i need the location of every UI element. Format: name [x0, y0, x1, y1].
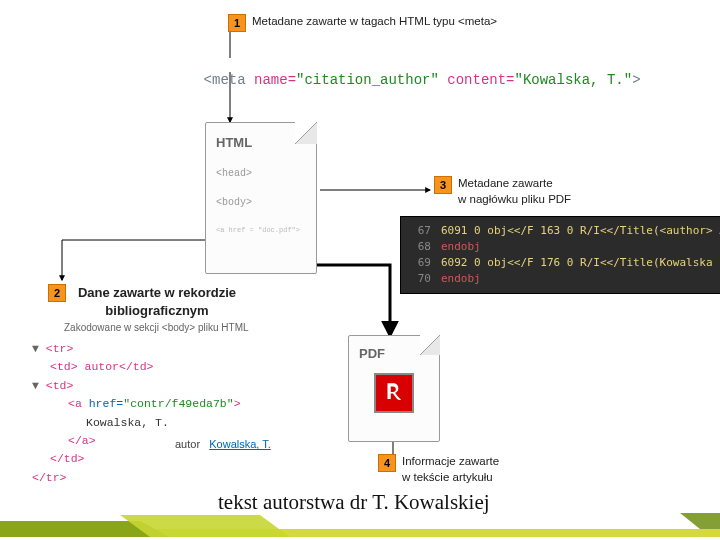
html-file-icon: HTML <head> <body> <a href = "doc.pdf">	[205, 122, 317, 274]
pdf-header-code: 676091 0 obj<</F 163 0 R/I<</Title(<auth…	[400, 216, 720, 294]
pdf-file-icon: PDF	[348, 335, 440, 442]
head-label: <head>	[216, 168, 316, 179]
html-body-code: ▼ <tr> <td> autor</td> ▼ <td> <a href="c…	[32, 340, 241, 487]
rendered-author-line: autor Kowalska, T.	[175, 438, 271, 450]
dogear-icon	[420, 335, 440, 355]
adobe-pdf-icon	[374, 373, 414, 413]
body-label: <body>	[216, 197, 316, 208]
callout-num: 4	[378, 454, 396, 472]
callout-text: Metadane zawarte w tagach HTML typu <met…	[252, 14, 497, 30]
callout-num: 3	[434, 176, 452, 194]
author-link[interactable]: Kowalska, T.	[209, 438, 271, 450]
meta-tag-code: <meta name="citation_author" content="Ko…	[170, 56, 641, 104]
callout-text: Informacje zawarte w tekście artykułu	[402, 454, 499, 485]
callout-num: 2	[48, 284, 66, 302]
callout-text: Metadane zawarte w nagłówku pliku PDF	[458, 176, 571, 207]
dogear-icon	[295, 122, 317, 144]
callout-2-subtitle: Zakodowane w sekcji <body> pliku HTML	[64, 322, 249, 333]
footer-decor	[0, 512, 720, 540]
callout-2: 2 Dane zawarte w rekordzie bibliograficz…	[48, 284, 242, 319]
pdf-link-label: <a href = "doc.pdf">	[216, 226, 316, 234]
callout-3: 3 Metadane zawarte w nagłówku pliku PDF	[434, 176, 571, 207]
callout-num: 1	[228, 14, 246, 32]
svg-marker-6	[680, 513, 720, 529]
callout-1: 1 Metadane zawarte w tagach HTML typu <m…	[228, 14, 497, 32]
callout-4: 4 Informacje zawarte w tekście artykułu	[378, 454, 499, 485]
callout-text: Dane zawarte w rekordzie bibliograficzny…	[72, 284, 242, 319]
